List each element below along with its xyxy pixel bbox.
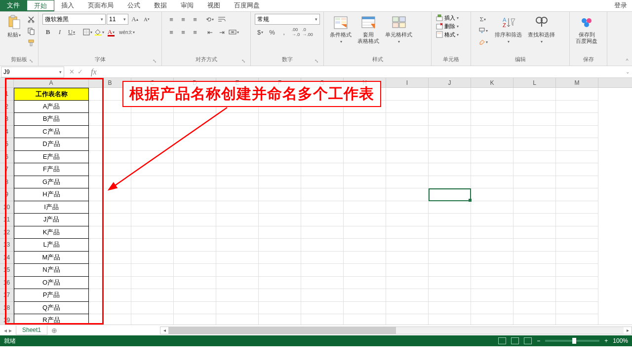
zoom-out-button[interactable]: − — [537, 337, 540, 344]
column-header[interactable]: K — [471, 78, 514, 87]
cell[interactable] — [471, 201, 514, 214]
cell[interactable] — [344, 264, 386, 277]
cell[interactable] — [386, 239, 429, 252]
cell[interactable] — [514, 101, 556, 113]
comma-button[interactable]: , — [278, 27, 289, 37]
cell-styles-button[interactable]: 单元格样式▾ — [383, 14, 414, 45]
cell[interactable] — [514, 188, 556, 201]
cell[interactable] — [471, 214, 514, 226]
cell[interactable] — [174, 302, 216, 315]
cell[interactable] — [131, 214, 174, 226]
column-header[interactable]: L — [514, 78, 556, 87]
bold-button[interactable]: B — [42, 27, 53, 37]
tab-layout[interactable]: 页面布局 — [81, 0, 120, 11]
cell[interactable] — [386, 126, 429, 139]
delete-cells-button[interactable]: 删除 ▾ — [435, 22, 459, 30]
cell[interactable] — [471, 138, 514, 151]
cell[interactable] — [556, 214, 598, 226]
cell[interactable] — [471, 188, 514, 201]
cell[interactable] — [174, 264, 216, 277]
cell[interactable] — [429, 214, 471, 226]
cell[interactable] — [386, 302, 429, 315]
fx-icon[interactable]: fx — [88, 68, 100, 76]
cell[interactable] — [386, 252, 429, 264]
cell[interactable] — [471, 176, 514, 189]
cell[interactable] — [514, 163, 556, 176]
align-launcher-icon[interactable]: ⤡ — [241, 58, 245, 64]
cell[interactable] — [471, 226, 514, 239]
cell[interactable] — [216, 201, 259, 214]
cell[interactable] — [429, 88, 471, 101]
cell[interactable] — [429, 252, 471, 264]
cell[interactable] — [429, 239, 471, 252]
cell[interactable] — [216, 264, 259, 277]
clipboard-launcher-icon[interactable]: ⤡ — [29, 58, 33, 64]
align-left-button[interactable]: ≡ — [166, 27, 177, 37]
cell[interactable] — [259, 138, 301, 151]
cell[interactable] — [556, 201, 598, 214]
cell[interactable] — [259, 151, 301, 164]
cell[interactable] — [386, 188, 429, 201]
cell[interactable] — [471, 101, 514, 113]
zoom-slider[interactable] — [545, 340, 599, 342]
cell[interactable] — [471, 113, 514, 126]
cell[interactable] — [259, 176, 301, 189]
enter-formula-icon[interactable]: ✓ — [78, 68, 83, 75]
cell[interactable] — [429, 138, 471, 151]
cell[interactable] — [514, 239, 556, 252]
horizontal-scrollbar[interactable]: ◂▸ — [160, 327, 632, 334]
cell[interactable] — [131, 264, 174, 277]
tab-review[interactable]: 审阅 — [174, 0, 200, 11]
cell[interactable] — [471, 264, 514, 277]
conditional-format-button[interactable]: 条件格式▾ — [328, 14, 354, 45]
cell[interactable] — [471, 88, 514, 101]
cell[interactable] — [174, 289, 216, 302]
cell[interactable] — [259, 252, 301, 264]
cell[interactable] — [344, 239, 386, 252]
cell[interactable] — [301, 264, 344, 277]
view-layout-icon[interactable] — [511, 337, 519, 344]
cell[interactable] — [471, 314, 514, 325]
cell[interactable] — [514, 302, 556, 315]
align-bottom-button[interactable]: ≡ — [190, 14, 200, 25]
cell[interactable] — [556, 151, 598, 164]
cell[interactable] — [344, 138, 386, 151]
cell[interactable] — [131, 239, 174, 252]
cell[interactable] — [514, 264, 556, 277]
formula-input[interactable] — [100, 67, 623, 77]
cell[interactable] — [131, 201, 174, 214]
orientation-button[interactable]: ⟲▾ — [204, 14, 215, 25]
cell[interactable] — [259, 163, 301, 176]
font-size-combo[interactable]: 11▾ — [107, 14, 128, 25]
zoom-level[interactable]: 100% — [613, 337, 628, 344]
cell[interactable] — [386, 277, 429, 290]
cell[interactable] — [174, 277, 216, 290]
fill-color-button[interactable]: ▾ — [94, 27, 105, 37]
cell[interactable] — [131, 226, 174, 239]
cell[interactable] — [174, 252, 216, 264]
number-format-combo[interactable]: 常规▾ — [255, 14, 320, 25]
column-header[interactable]: J — [429, 78, 471, 87]
cell[interactable] — [471, 151, 514, 164]
cell[interactable] — [429, 277, 471, 290]
name-box[interactable]: J9▾ — [1, 67, 64, 77]
cell[interactable] — [429, 151, 471, 164]
cell[interactable] — [344, 314, 386, 325]
cell[interactable] — [259, 239, 301, 252]
tab-data[interactable]: 数据 — [147, 0, 174, 11]
cell[interactable] — [216, 277, 259, 290]
cell[interactable] — [259, 226, 301, 239]
cell[interactable] — [216, 239, 259, 252]
cell[interactable] — [131, 289, 174, 302]
cell[interactable] — [386, 176, 429, 189]
cell[interactable] — [344, 289, 386, 302]
cell[interactable] — [556, 113, 598, 126]
cell[interactable] — [301, 176, 344, 189]
save-baidu-button[interactable]: 保存到 百度网盘 — [574, 14, 599, 45]
cell[interactable] — [259, 302, 301, 315]
cell[interactable] — [216, 314, 259, 325]
cell[interactable] — [556, 88, 598, 101]
paste-button[interactable]: 粘贴▾ — [4, 14, 24, 39]
formula-bar-expand-icon[interactable]: ⌄ — [623, 69, 632, 74]
cell[interactable] — [386, 264, 429, 277]
